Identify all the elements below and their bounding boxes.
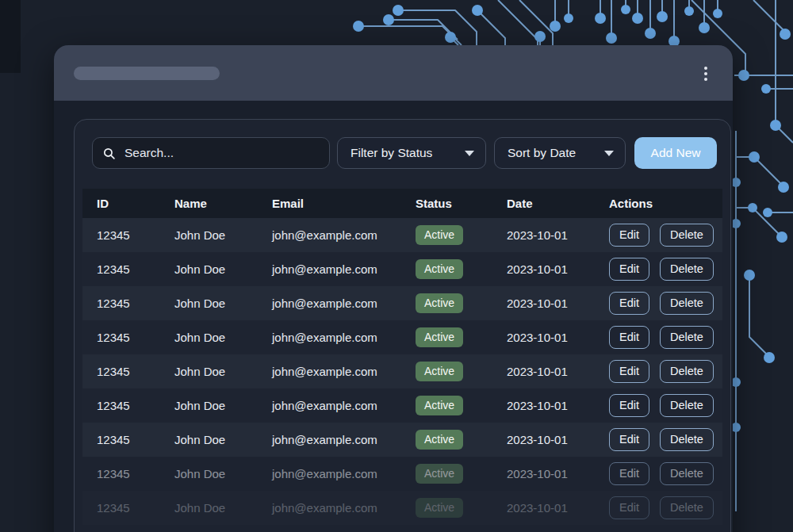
- delete-button[interactable]: Delete: [660, 224, 714, 247]
- status-badge: Active: [416, 259, 463, 279]
- cell-name: John Doe: [174, 365, 272, 378]
- delete-button[interactable]: Delete: [660, 394, 714, 418]
- sort-dropdown-label: Sort by Date: [508, 146, 576, 160]
- table-row: 12345 John Doe john@example.com Active 2…: [82, 457, 722, 491]
- cell-name: John Doe: [174, 399, 272, 412]
- column-header-name: Name: [174, 197, 272, 210]
- cell-name: John Doe: [174, 467, 272, 480]
- filter-dropdown-label: Filter by Status: [351, 146, 432, 160]
- cell-name: John Doe: [174, 228, 272, 242]
- cell-id: 12345: [97, 365, 174, 378]
- chevron-down-icon: [465, 151, 474, 156]
- status-badge: Active: [416, 498, 463, 518]
- cell-email: john@example.com: [272, 433, 416, 446]
- cell-actions: Edit Delete: [609, 428, 722, 452]
- status-badge: Active: [416, 362, 463, 381]
- status-badge: Active: [416, 464, 463, 484]
- cell-name: John Doe: [174, 501, 272, 515]
- cell-email: john@example.com: [272, 297, 416, 310]
- edit-button[interactable]: Edit: [609, 326, 649, 350]
- sort-dropdown[interactable]: Sort by Date: [494, 137, 626, 169]
- filter-dropdown[interactable]: Filter by Status: [337, 137, 486, 169]
- delete-button[interactable]: Delete: [660, 496, 714, 520]
- cell-date: 2023-10-01: [507, 399, 609, 412]
- table-row: 12345 John Doe john@example.com Active 2…: [82, 388, 722, 423]
- titlebar-placeholder: [74, 67, 220, 80]
- cell-status: Active: [416, 464, 507, 484]
- cell-id: 12345: [97, 433, 174, 446]
- add-new-button[interactable]: Add New: [634, 137, 717, 169]
- cell-actions: Edit Delete: [609, 394, 722, 418]
- table-body: 12345 John Doe john@example.com Active 2…: [82, 218, 722, 525]
- cell-actions: Edit Delete: [609, 360, 722, 384]
- status-badge: Active: [416, 293, 463, 313]
- delete-button[interactable]: Delete: [660, 326, 714, 350]
- status-badge: Active: [416, 430, 463, 450]
- cell-id: 12345: [97, 331, 174, 344]
- cell-email: john@example.com: [272, 331, 416, 344]
- cell-id: 12345: [97, 501, 174, 515]
- table-row: 12345 John Doe john@example.com Active 2…: [82, 252, 722, 286]
- cell-date: 2023-10-01: [507, 228, 609, 242]
- table-row: 12345 John Doe john@example.com Active 2…: [82, 218, 722, 252]
- cell-actions: Edit Delete: [609, 224, 722, 247]
- column-header-actions: Actions: [609, 197, 722, 210]
- cell-status: Active: [416, 498, 507, 518]
- cell-id: 12345: [97, 228, 174, 242]
- cell-email: john@example.com: [272, 467, 416, 480]
- status-badge: Active: [416, 327, 463, 347]
- cell-date: 2023-10-01: [507, 501, 609, 515]
- data-table: ID Name Email Status Date Actions 12345 …: [82, 189, 722, 525]
- cell-date: 2023-10-01: [507, 297, 609, 310]
- cell-status: Active: [416, 362, 507, 381]
- cell-status: Active: [416, 396, 507, 415]
- edit-button[interactable]: Edit: [609, 292, 649, 316]
- cell-id: 12345: [97, 297, 174, 310]
- window-titlebar: [54, 45, 733, 101]
- cell-date: 2023-10-01: [507, 331, 609, 344]
- delete-button[interactable]: Delete: [660, 258, 714, 281]
- edit-button[interactable]: Edit: [609, 428, 649, 452]
- column-header-date: Date: [507, 197, 609, 210]
- cell-date: 2023-10-01: [507, 262, 609, 276]
- table-row: 12345 John Doe john@example.com Active 2…: [82, 354, 722, 388]
- table-row: 12345 John Doe john@example.com Active 2…: [82, 320, 722, 354]
- cell-email: john@example.com: [272, 399, 416, 412]
- edit-button[interactable]: Edit: [609, 496, 649, 520]
- delete-button[interactable]: Delete: [660, 360, 714, 384]
- kebab-dot: [704, 72, 707, 75]
- edit-button[interactable]: Edit: [609, 360, 649, 384]
- search-icon: [102, 147, 116, 160]
- cell-status: Active: [416, 259, 507, 279]
- cell-actions: Edit Delete: [609, 292, 722, 316]
- status-badge: Active: [416, 225, 463, 245]
- delete-button[interactable]: Delete: [660, 428, 714, 452]
- cell-name: John Doe: [174, 331, 272, 344]
- delete-button[interactable]: Delete: [660, 292, 714, 316]
- cell-date: 2023-10-01: [507, 467, 609, 480]
- kebab-menu-button[interactable]: [698, 63, 714, 84]
- cell-actions: Edit Delete: [609, 462, 722, 486]
- cell-email: john@example.com: [272, 262, 416, 276]
- cell-actions: Edit Delete: [609, 496, 722, 520]
- column-header-status: Status: [416, 197, 507, 210]
- cell-status: Active: [416, 430, 507, 450]
- edit-button[interactable]: Edit: [609, 258, 649, 281]
- search-input[interactable]: [123, 145, 320, 161]
- kebab-dot: [704, 67, 707, 70]
- kebab-dot: [704, 78, 707, 81]
- edit-button[interactable]: Edit: [609, 394, 649, 418]
- cell-name: John Doe: [174, 433, 272, 446]
- edit-button[interactable]: Edit: [609, 462, 649, 486]
- delete-button[interactable]: Delete: [660, 462, 714, 486]
- cell-email: john@example.com: [272, 228, 416, 242]
- table-row: 12345 John Doe john@example.com Active 2…: [82, 491, 722, 525]
- cell-status: Active: [416, 293, 507, 313]
- app-window: Filter by Status Sort by Date Add New ID…: [54, 45, 733, 532]
- cell-id: 12345: [97, 467, 174, 480]
- cell-name: John Doe: [174, 262, 272, 276]
- search-field[interactable]: [92, 137, 330, 169]
- chevron-down-icon: [604, 151, 614, 156]
- column-header-email: Email: [272, 197, 416, 210]
- edit-button[interactable]: Edit: [609, 224, 649, 247]
